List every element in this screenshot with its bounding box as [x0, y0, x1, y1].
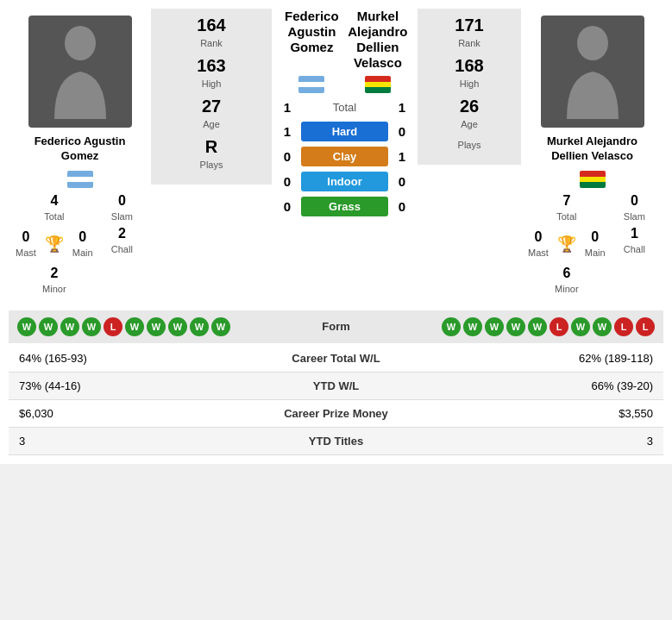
player2-mast-value: 0	[528, 229, 549, 245]
player1-middle-stats: 164 Rank 163 High 27 Age R Plays	[151, 9, 272, 185]
form-badge: W	[39, 317, 58, 336]
player1-chall-stat: 2 Chall	[100, 226, 144, 262]
form-badge: L	[636, 317, 655, 336]
p2-total-score: 1	[393, 100, 411, 115]
trophy-icon-player2: 🏆	[557, 235, 576, 254]
ytd-wl-label: YTD W/L	[238, 372, 435, 399]
trophy-icon-player1: 🏆	[45, 235, 64, 254]
player2-slam-value: 0	[612, 193, 656, 209]
form-badge: W	[211, 317, 230, 336]
player1-trophy-row: 0 Mast 🏆 0 Main	[16, 229, 93, 259]
player1-mast-stat: 0 Mast	[16, 229, 36, 259]
player1-plays-stat: R Plays	[158, 137, 265, 171]
player1-main-stat: 0 Main	[72, 229, 93, 259]
player2-plays-label: Plays	[458, 140, 481, 150]
clay-p1-score: 0	[279, 149, 296, 164]
player2-rank-label: Rank	[458, 38, 480, 48]
player2-minor-label: Minor	[555, 284, 579, 294]
grass-button: Grass	[301, 197, 388, 216]
player1-age-stat: 27 Age	[158, 97, 265, 130]
p1-name-header: Federico Agustin Gomez	[279, 9, 345, 71]
player2-high-value: 168	[424, 56, 514, 76]
form-badge: W	[125, 317, 144, 336]
player1-high-value: 163	[158, 56, 265, 76]
player2-main-label: Main	[585, 247, 606, 258]
career-wl-label: Career Total W/L	[238, 345, 435, 373]
form-badge: W	[485, 317, 504, 336]
svg-point-1	[577, 26, 608, 60]
grass-p2-score: 0	[393, 199, 411, 214]
player2-high-stat: 168 High	[424, 56, 514, 90]
player2-main-value: 0	[585, 229, 606, 245]
player2-chall-stat: 1 Chall	[612, 226, 656, 262]
form-badge: W	[60, 317, 79, 336]
p1-flag	[298, 76, 324, 93]
hard-button: Hard	[301, 122, 388, 141]
player1-silhouette	[46, 24, 115, 119]
indoor-row: 0 Indoor 0	[279, 172, 411, 191]
player2-age-value: 26	[424, 97, 514, 116]
player1-mast-value: 0	[16, 229, 36, 245]
player-names-header: Federico Agustin Gomez Murkel Alejandro …	[279, 9, 411, 71]
player1-rank-label: Rank	[200, 38, 223, 48]
hard-row: 1 Hard 0	[279, 122, 411, 141]
player2-flag	[580, 171, 606, 188]
player1-chall-label: Chall	[111, 244, 133, 254]
player2-total-label: Total	[556, 211, 576, 222]
player2-chall-value: 1	[612, 226, 656, 241]
player1-total-label: Total	[44, 211, 64, 222]
player2-total-stat: 7 Total	[528, 193, 606, 222]
player1-age-label: Age	[203, 119, 220, 129]
player1-high-stat: 163 High	[158, 56, 265, 90]
p2-flag	[365, 76, 391, 93]
ytd-wl-row: 73% (44-16) YTD W/L 66% (39-20)	[9, 372, 663, 399]
form-badge: W	[528, 317, 547, 336]
player1-rank-value: 164	[158, 16, 265, 35]
clay-row: 0 Clay 1	[279, 147, 411, 166]
main-container: Federico Agustin Gomez 4 Total 0 Slam 0 …	[0, 0, 672, 464]
form-badge: L	[614, 317, 633, 336]
indoor-p2-score: 0	[393, 174, 411, 189]
hard-p1-score: 1	[279, 124, 296, 139]
player1-name: Federico Agustin Gomez	[16, 135, 144, 164]
clay-p2-score: 1	[393, 149, 411, 164]
ytd-titles-row: 3 YTD Titles 3	[9, 427, 663, 454]
ytd-titles-label: YTD Titles	[238, 427, 435, 454]
form-section: WWWWLWWWWW Form WWWWWLWWLL	[9, 310, 663, 343]
p1-ytd-wl: 73% (44-16)	[9, 372, 238, 399]
player2-minor-stat: 6 Minor	[528, 266, 606, 295]
total-row: 1 Total 1	[279, 100, 411, 115]
player1-avatar	[28, 16, 132, 128]
player2-slam-label: Slam	[624, 211, 645, 222]
form-badge: W	[82, 317, 101, 336]
player2-age-label: Age	[461, 119, 478, 129]
form-badge: W	[593, 317, 612, 336]
form-badge: W	[168, 317, 187, 336]
player1-rank-stat: 164 Rank	[158, 16, 265, 49]
player1-flag	[67, 171, 93, 188]
player1-mast-label: Mast	[16, 247, 36, 258]
player1-stats: 4 Total 0 Slam 0 Mast 🏆 0 Main	[16, 193, 144, 295]
player2-name: Murkel Alejandro Dellien Velasco	[528, 135, 656, 164]
player2-high-label: High	[460, 78, 480, 89]
player2-rank-value: 171	[424, 16, 514, 35]
player1-main-label: Main	[72, 247, 93, 258]
clay-button: Clay	[301, 147, 388, 166]
player1-form-badges: WWWWLWWWWW	[17, 317, 230, 336]
p2-career-wl: 62% (189-118)	[434, 345, 663, 373]
player1-minor-label: Minor	[42, 284, 66, 294]
player1-high-label: High	[202, 78, 222, 89]
form-badge: W	[571, 317, 590, 336]
score-section: Federico Agustin Gomez Murkel Alejandro …	[272, 9, 418, 222]
player2-silhouette	[558, 24, 627, 119]
player2-slam-stat: 0 Slam	[612, 193, 656, 222]
prize-row: $6,030 Career Prize Money $3,550	[9, 399, 663, 427]
top-section: Federico Agustin Gomez 4 Total 0 Slam 0 …	[9, 9, 663, 302]
player1-slam-stat: 0 Slam	[100, 193, 144, 222]
player1-chall-value: 2	[100, 226, 144, 241]
flags-row	[279, 76, 411, 93]
player1-minor-value: 2	[16, 266, 93, 281]
form-badge: W	[17, 317, 36, 336]
player2-trophy-row: 0 Mast 🏆 0 Main	[528, 229, 606, 259]
hard-p2-score: 0	[393, 124, 411, 139]
